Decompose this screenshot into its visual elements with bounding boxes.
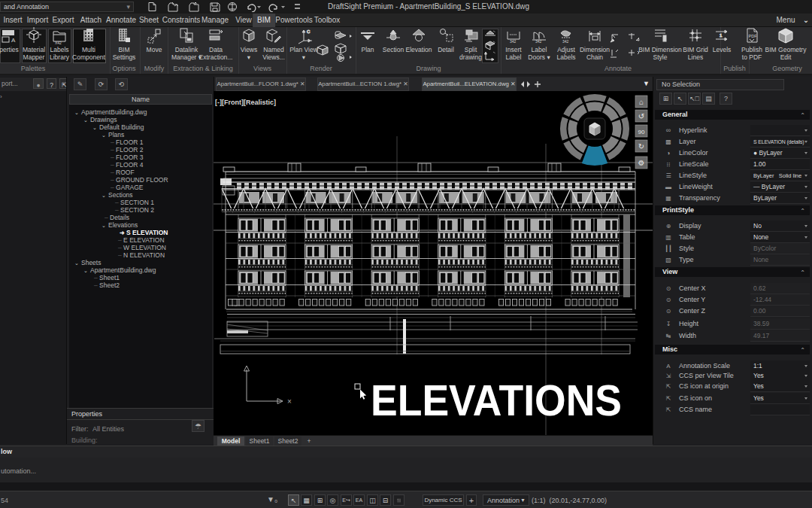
svg-text:ELEVATIONS: ELEVATIONS: [371, 376, 622, 424]
svg-text:A: A: [11, 37, 16, 44]
svg-text:↺: ↺: [638, 112, 644, 120]
svg-text:342: 342: [562, 39, 569, 44]
svg-text:⌂: ⌂: [639, 98, 644, 106]
svg-text:[-][Front][Realistic]: [-][Front][Realistic]: [215, 99, 276, 106]
svg-text:×: ×: [287, 397, 292, 406]
svg-text:↻: ↻: [638, 142, 644, 151]
svg-text:1: 1: [720, 33, 723, 38]
svg-text:C: C: [307, 29, 311, 34]
svg-text:90: 90: [638, 129, 645, 135]
svg-text:342: 342: [510, 39, 517, 44]
svg-text:⚙: ⚙: [638, 159, 645, 167]
svg-text:X42: X42: [55, 41, 62, 45]
svg-text:PDF: PDF: [749, 34, 758, 38]
svg-text:342: 342: [535, 39, 542, 44]
